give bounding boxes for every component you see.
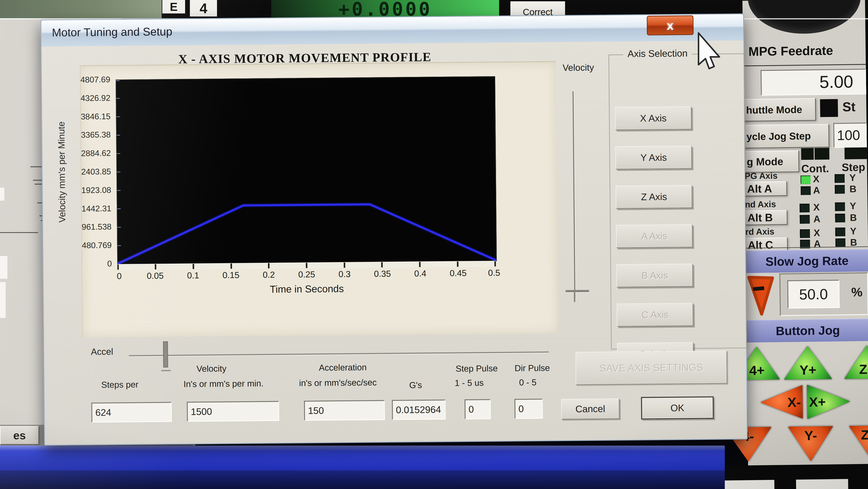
velocity-input[interactable]: 1500	[187, 401, 279, 422]
top-partial-4-box: 4	[190, 0, 217, 17]
dialog-title: Motor Tuning and Setup	[52, 25, 173, 39]
led-3rd-b	[835, 238, 845, 247]
jog-y-plus-button[interactable]: Y+	[783, 346, 832, 380]
x-tick-label: 0.45	[450, 268, 467, 278]
led-2nd-a	[800, 215, 810, 224]
y-tick-label: 3846.15	[81, 112, 111, 121]
jog-y-minus-label: Y-	[804, 428, 817, 443]
tab-es-label: es	[13, 429, 26, 442]
jog-y-plus-label: Y+	[799, 362, 816, 378]
mpg-feedrate-value: 5.00	[819, 71, 854, 92]
y-tick-label: 1923.08	[82, 185, 111, 195]
step-pulse-input[interactable]: 0	[465, 399, 491, 419]
steps-per-input[interactable]: 624	[91, 402, 172, 423]
y-tick-label: 3365.38	[81, 130, 111, 140]
slow-jog-minus-button[interactable]	[746, 275, 776, 318]
gs-input[interactable]: 0.0152964	[392, 400, 446, 420]
ok-button[interactable]: OK	[641, 396, 714, 420]
slow-jog-rate-band: Slow Jog Rate	[743, 249, 868, 273]
y-axis-button-label: Y Axis	[640, 152, 667, 163]
accel-slider-label: Accel	[91, 346, 113, 357]
cycle-jog-step-display[interactable]: 100	[833, 123, 867, 148]
x-tick-label: 0.4	[414, 268, 426, 278]
tab-es[interactable]: es	[0, 426, 39, 445]
jog-x-plus-button[interactable]: X+	[807, 384, 850, 419]
save-axis-settings-button[interactable]: SAVE AXIS SETTINGS	[576, 351, 727, 385]
jog-4-plus-label: 4+	[749, 363, 765, 378]
mpg-feedrate-display[interactable]: 5.00	[761, 69, 866, 96]
jog-mode-button[interactable]: g Mode	[744, 150, 799, 173]
close-icon: x	[666, 18, 674, 32]
b-axis-button[interactable]: B Axis	[616, 264, 693, 287]
a-axis-button-label: A Axis	[641, 231, 667, 242]
velocity-field-subheader: In's or mm's per min.	[167, 378, 280, 389]
led-tag: Y	[850, 226, 857, 236]
velocity-slider[interactable]	[564, 91, 590, 308]
jog-x-minus-label: X-	[787, 394, 801, 410]
jog-x-minus-button[interactable]: X-	[760, 385, 803, 419]
shuttle-mode-checkbox[interactable]	[820, 99, 838, 117]
motor-tuning-dialog: Motor Tuning and Setup x X - AXIS MOTOR …	[40, 13, 748, 445]
top-partial-e-box: E	[162, 0, 185, 13]
acceleration-input[interactable]: 150	[304, 400, 385, 421]
z-axis-button-label: Z Axis	[641, 191, 667, 202]
y-tick-label: 0	[107, 259, 112, 268]
alt-a-button[interactable]: Alt A	[745, 181, 787, 196]
velocity-slider-thumb[interactable]	[565, 290, 589, 292]
axis-selection-title: Axis Selection	[623, 48, 692, 59]
cycle-jog-step-button[interactable]: ycle Jog Step	[744, 124, 829, 148]
background-right-panel: MPG Feedrate 5.00 huttle Mode St ycle Jo…	[742, 0, 868, 489]
taskbar-navy-band	[0, 470, 725, 489]
led-2nd-b	[835, 214, 845, 223]
jog-z-plus-button[interactable]: Z+	[844, 345, 868, 379]
left-edge-fragment	[0, 256, 7, 279]
led-mpg-b	[835, 185, 845, 194]
ok-button-label: OK	[671, 402, 684, 413]
bottom-fragment	[724, 480, 774, 489]
chart-plot-area	[116, 76, 497, 264]
jog-z-minus-button[interactable]: Z-	[849, 425, 868, 461]
y-axis-button[interactable]: Y Axis	[615, 146, 692, 169]
x-tick-label: 0	[117, 271, 122, 281]
z-axis-button[interactable]: Z Axis	[616, 185, 692, 209]
led-mpg-y	[835, 174, 844, 183]
accel-slider-thumb[interactable]	[163, 341, 168, 367]
x-tick-label: 0.3	[339, 269, 351, 279]
dir-pulse-field-header: Dir Pulse	[504, 363, 560, 373]
dir-pulse-input[interactable]: 0	[515, 399, 543, 419]
led-tag: B	[850, 212, 857, 223]
y-tick-label: 4326.92	[81, 93, 111, 103]
alt-a-label: Alt A	[747, 182, 772, 195]
x-tick-label: 0.5	[488, 268, 500, 278]
led-3rd-x	[800, 229, 810, 238]
y-tick-label: 480.769	[82, 240, 112, 250]
velocity-slider-stem	[574, 292, 575, 302]
shuttle-mode-label: huttle Mode	[746, 104, 802, 116]
cont-column-header: Cont.	[801, 162, 829, 175]
close-button[interactable]: x	[647, 16, 693, 35]
shuttle-mode-button[interactable]: huttle Mode	[744, 98, 816, 121]
a-axis-button[interactable]: A Axis	[616, 224, 693, 248]
slow-jog-rate-display[interactable]: 50.0	[787, 280, 840, 309]
velocity-slider-track[interactable]	[572, 91, 575, 299]
bottom-right-black-area	[722, 464, 868, 489]
velocity-profile-glow	[118, 203, 496, 263]
gs-field-header: G's	[392, 380, 439, 390]
mpg-wheel[interactable]	[747, 0, 861, 34]
jog-y-minus-button[interactable]: Y-	[788, 426, 834, 462]
slow-jog-rate-label: Slow Jog Rate	[765, 253, 849, 268]
slow-jog-display-panel: 50.0 %	[779, 272, 868, 316]
c-axis-button[interactable]: C Axis	[617, 303, 693, 326]
led-tag: A	[813, 185, 820, 196]
acceleration-value: 150	[308, 405, 324, 416]
alt-b-button[interactable]: Alt B	[745, 210, 787, 225]
steps-per-value: 624	[95, 407, 111, 418]
jog-z-minus-label: Z-	[861, 427, 868, 442]
x-tick-label: 0.15	[222, 270, 239, 280]
jog-x-plus-label: X+	[809, 394, 826, 409]
button-jog-band: Button Jog	[744, 318, 868, 342]
x-axis-button[interactable]: X Axis	[615, 106, 691, 130]
cancel-button[interactable]: Cancel	[561, 399, 620, 419]
jog-mode-led	[801, 148, 814, 160]
accel-slider-track[interactable]	[129, 351, 549, 356]
